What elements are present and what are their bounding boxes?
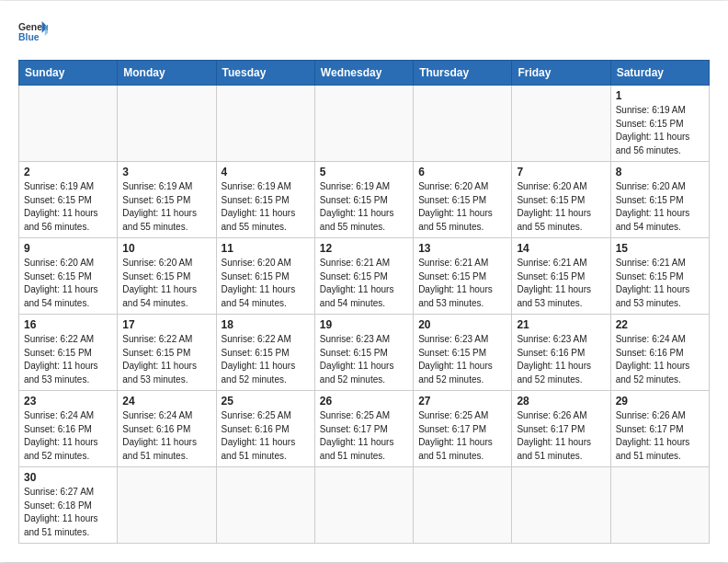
calendar-cell: 2Sunrise: 6:19 AM Sunset: 6:15 PM Daylig… [19, 162, 118, 238]
day-info: Sunrise: 6:20 AM Sunset: 6:15 PM Dayligh… [222, 257, 310, 310]
day-number: 9 [24, 242, 112, 255]
calendar-cell: 28Sunrise: 6:26 AM Sunset: 6:17 PM Dayli… [512, 391, 610, 467]
day-number: 23 [24, 395, 112, 408]
day-info: Sunrise: 6:23 AM Sunset: 6:15 PM Dayligh… [320, 333, 408, 386]
day-number: 12 [320, 242, 408, 255]
day-info: Sunrise: 6:22 AM Sunset: 6:15 PM Dayligh… [222, 333, 310, 386]
calendar-header: General Blue [18, 19, 710, 45]
calendar-cell: 5Sunrise: 6:19 AM Sunset: 6:15 PM Daylig… [314, 162, 413, 238]
day-info: Sunrise: 6:25 AM Sunset: 6:16 PM Dayligh… [222, 409, 310, 463]
day-info: Sunrise: 6:20 AM Sunset: 6:15 PM Dayligh… [24, 257, 112, 310]
day-number: 2 [24, 166, 112, 178]
day-number: 30 [24, 471, 112, 484]
day-info: Sunrise: 6:19 AM Sunset: 6:15 PM Dayligh… [122, 180, 210, 234]
day-number: 27 [418, 395, 506, 408]
calendar-cell [512, 467, 610, 544]
calendar-cell: 6Sunrise: 6:20 AM Sunset: 6:15 PM Daylig… [414, 162, 512, 238]
calendar-row-5: 30Sunrise: 6:27 AM Sunset: 6:18 PM Dayli… [19, 467, 710, 544]
calendar-cell: 4Sunrise: 6:19 AM Sunset: 6:15 PM Daylig… [216, 162, 314, 238]
calendar-row-2: 9Sunrise: 6:20 AM Sunset: 6:15 PM Daylig… [19, 238, 710, 315]
day-number: 20 [418, 318, 506, 331]
calendar-cell: 16Sunrise: 6:22 AM Sunset: 6:15 PM Dayli… [19, 315, 118, 391]
day-number: 1 [616, 89, 704, 102]
day-info: Sunrise: 6:19 AM Sunset: 6:15 PM Dayligh… [616, 104, 704, 157]
day-number: 18 [222, 318, 310, 331]
weekday-header-thursday: Thursday [414, 61, 512, 86]
calendar-container: General Blue SundayMondayTuesdayWednesda… [0, 1, 728, 562]
day-info: Sunrise: 6:20 AM Sunset: 6:15 PM Dayligh… [517, 180, 605, 234]
weekday-header-sunday: Sunday [19, 61, 118, 86]
calendar-cell [414, 86, 512, 162]
calendar-cell: 10Sunrise: 6:20 AM Sunset: 6:15 PM Dayli… [118, 238, 216, 315]
calendar-cell: 24Sunrise: 6:24 AM Sunset: 6:16 PM Dayli… [118, 391, 216, 467]
calendar-cell: 23Sunrise: 6:24 AM Sunset: 6:16 PM Dayli… [19, 391, 118, 467]
weekday-header-row: SundayMondayTuesdayWednesdayThursdayFrid… [19, 61, 710, 86]
day-info: Sunrise: 6:25 AM Sunset: 6:17 PM Dayligh… [418, 409, 506, 463]
svg-text:Blue: Blue [18, 32, 40, 42]
day-info: Sunrise: 6:22 AM Sunset: 6:15 PM Dayligh… [24, 333, 112, 386]
day-number: 3 [122, 166, 210, 178]
calendar-row-4: 23Sunrise: 6:24 AM Sunset: 6:16 PM Dayli… [19, 391, 710, 467]
day-info: Sunrise: 6:21 AM Sunset: 6:15 PM Dayligh… [320, 257, 408, 310]
calendar-cell: 25Sunrise: 6:25 AM Sunset: 6:16 PM Dayli… [216, 391, 314, 467]
calendar-cell: 29Sunrise: 6:26 AM Sunset: 6:17 PM Dayli… [610, 391, 709, 467]
day-number: 21 [517, 318, 605, 331]
day-number: 6 [418, 166, 506, 178]
calendar-cell: 11Sunrise: 6:20 AM Sunset: 6:15 PM Dayli… [216, 238, 314, 315]
weekday-header-saturday: Saturday [610, 61, 709, 86]
calendar-cell [512, 86, 610, 162]
weekday-header-monday: Monday [118, 61, 216, 86]
calendar-cell: 12Sunrise: 6:21 AM Sunset: 6:15 PM Dayli… [314, 238, 413, 315]
day-number: 8 [616, 166, 704, 178]
calendar-table: SundayMondayTuesdayWednesdayThursdayFrid… [18, 60, 710, 544]
day-info: Sunrise: 6:26 AM Sunset: 6:17 PM Dayligh… [517, 409, 605, 463]
calendar-cell: 13Sunrise: 6:21 AM Sunset: 6:15 PM Dayli… [414, 238, 512, 315]
day-info: Sunrise: 6:21 AM Sunset: 6:15 PM Dayligh… [418, 257, 506, 310]
day-info: Sunrise: 6:23 AM Sunset: 6:16 PM Dayligh… [517, 333, 605, 386]
day-info: Sunrise: 6:24 AM Sunset: 6:16 PM Dayligh… [122, 409, 210, 463]
day-number: 13 [418, 242, 506, 255]
weekday-header-tuesday: Tuesday [216, 61, 314, 86]
calendar-row-0: 1Sunrise: 6:19 AM Sunset: 6:15 PM Daylig… [19, 86, 710, 162]
day-info: Sunrise: 6:27 AM Sunset: 6:18 PM Dayligh… [24, 486, 112, 539]
calendar-cell [216, 86, 314, 162]
calendar-cell: 1Sunrise: 6:19 AM Sunset: 6:15 PM Daylig… [610, 86, 709, 162]
calendar-row-1: 2Sunrise: 6:19 AM Sunset: 6:15 PM Daylig… [19, 162, 710, 238]
calendar-cell [314, 86, 413, 162]
calendar-cell [216, 467, 314, 544]
day-info: Sunrise: 6:25 AM Sunset: 6:17 PM Dayligh… [320, 409, 408, 463]
day-number: 24 [122, 395, 210, 408]
calendar-cell: 30Sunrise: 6:27 AM Sunset: 6:18 PM Dayli… [19, 467, 118, 544]
day-number: 29 [616, 395, 704, 408]
day-info: Sunrise: 6:21 AM Sunset: 6:15 PM Dayligh… [616, 257, 704, 310]
day-number: 26 [320, 395, 408, 408]
day-info: Sunrise: 6:21 AM Sunset: 6:15 PM Dayligh… [517, 257, 605, 310]
day-number: 11 [222, 242, 310, 255]
weekday-header-friday: Friday [512, 61, 610, 86]
day-info: Sunrise: 6:20 AM Sunset: 6:15 PM Dayligh… [616, 180, 704, 234]
calendar-cell: 15Sunrise: 6:21 AM Sunset: 6:15 PM Dayli… [610, 238, 709, 315]
day-number: 15 [616, 242, 704, 255]
day-info: Sunrise: 6:20 AM Sunset: 6:15 PM Dayligh… [418, 180, 506, 234]
day-number: 5 [320, 166, 408, 178]
logo: General Blue [18, 19, 48, 45]
day-info: Sunrise: 6:22 AM Sunset: 6:15 PM Dayligh… [122, 333, 210, 386]
calendar-cell: 22Sunrise: 6:24 AM Sunset: 6:16 PM Dayli… [610, 315, 709, 391]
logo-icon: General Blue [18, 19, 48, 45]
calendar-cell: 14Sunrise: 6:21 AM Sunset: 6:15 PM Dayli… [512, 238, 610, 315]
calendar-cell [610, 467, 709, 544]
calendar-cell [314, 467, 413, 544]
day-number: 7 [517, 166, 605, 178]
calendar-cell: 21Sunrise: 6:23 AM Sunset: 6:16 PM Dayli… [512, 315, 610, 391]
day-number: 28 [517, 395, 605, 408]
day-info: Sunrise: 6:26 AM Sunset: 6:17 PM Dayligh… [616, 409, 704, 463]
day-info: Sunrise: 6:19 AM Sunset: 6:15 PM Dayligh… [24, 180, 112, 234]
calendar-cell: 7Sunrise: 6:20 AM Sunset: 6:15 PM Daylig… [512, 162, 610, 238]
day-number: 14 [517, 242, 605, 255]
calendar-cell: 17Sunrise: 6:22 AM Sunset: 6:15 PM Dayli… [118, 315, 216, 391]
calendar-cell: 27Sunrise: 6:25 AM Sunset: 6:17 PM Dayli… [414, 391, 512, 467]
day-info: Sunrise: 6:19 AM Sunset: 6:15 PM Dayligh… [222, 180, 310, 234]
calendar-cell: 8Sunrise: 6:20 AM Sunset: 6:15 PM Daylig… [610, 162, 709, 238]
day-info: Sunrise: 6:24 AM Sunset: 6:16 PM Dayligh… [24, 409, 112, 463]
calendar-cell: 20Sunrise: 6:23 AM Sunset: 6:15 PM Dayli… [414, 315, 512, 391]
